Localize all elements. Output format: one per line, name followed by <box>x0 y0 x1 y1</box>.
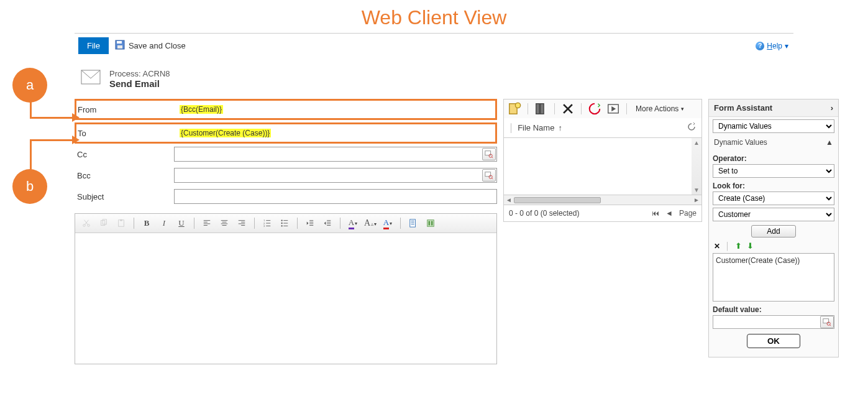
help-link[interactable]: ? Help ▾ <box>756 42 788 50</box>
move-up-icon[interactable]: ⬆ <box>735 241 742 251</box>
svg-rect-52 <box>410 219 416 227</box>
align-right-icon[interactable] <box>234 216 249 230</box>
svg-rect-2 <box>117 45 122 48</box>
email-form: From {Bcc(Email)} To {Customer(Create (C… <box>75 99 497 364</box>
font-color-button[interactable]: A▾ <box>380 216 395 230</box>
annotation-badge-a: a <box>12 68 47 103</box>
svg-line-69 <box>829 325 831 326</box>
annotation-connector <box>30 139 75 141</box>
operator-label: Operator: <box>713 154 834 163</box>
insert-article-icon[interactable] <box>423 216 438 230</box>
from-input[interactable]: {Bcc(Email)} <box>176 102 495 117</box>
grid-status: 0 - 0 of 0 (0 selected) <box>509 209 579 218</box>
more-actions-button[interactable]: More Actions ▾ <box>636 104 684 113</box>
dynamic-value-chip: {Bcc(Email)} <box>180 105 223 114</box>
dynamic-values-section-header[interactable]: Dynamic Values ▲ <box>709 136 838 148</box>
form-assistant-panel: Form Assistant › Dynamic Values Dynamic … <box>708 99 839 357</box>
sort-asc-icon: ↑ <box>558 123 562 132</box>
svg-rect-17 <box>120 219 122 221</box>
lookup-icon[interactable] <box>820 316 834 328</box>
lookfor-entity-select[interactable]: Create (Case) <box>713 191 834 205</box>
scroll-left-icon[interactable]: ◄ <box>504 196 514 203</box>
underline-button[interactable]: U <box>174 216 189 230</box>
copy-icon[interactable] <box>96 216 111 230</box>
operator-select[interactable]: Set to <box>713 164 834 178</box>
highlight-color-button[interactable]: A▾ <box>345 216 360 230</box>
step-name: Send Email <box>109 78 170 89</box>
annotation-title: Web Client View <box>0 0 868 33</box>
from-row: From {Bcc(Email)} <box>75 99 497 120</box>
scroll-right-icon[interactable]: ► <box>692 196 701 203</box>
delete-icon[interactable] <box>561 102 575 116</box>
lookfor-attribute-select[interactable]: Customer <box>713 208 834 221</box>
numbered-list-icon[interactable]: 123 <box>260 216 275 230</box>
bcc-input[interactable] <box>174 168 497 183</box>
svg-marker-47 <box>324 221 326 224</box>
svg-rect-58 <box>431 221 433 226</box>
align-left-icon[interactable] <box>199 216 214 230</box>
move-down-icon[interactable]: ⬇ <box>747 241 754 251</box>
rte-body[interactable] <box>75 233 496 364</box>
first-page-icon[interactable]: ⏮ <box>652 209 659 218</box>
prev-page-icon[interactable]: ◄ <box>665 209 673 218</box>
svg-point-36 <box>281 219 282 221</box>
ok-button[interactable]: OK <box>747 334 800 348</box>
assistant-mode-select[interactable]: Dynamic Values <box>713 119 834 133</box>
bold-button[interactable]: B <box>139 216 154 230</box>
insert-template-icon[interactable] <box>406 216 421 230</box>
help-icon: ? <box>756 42 764 50</box>
font-size-button[interactable]: A▵▾ <box>363 216 378 230</box>
svg-rect-57 <box>429 221 431 226</box>
scrollbar-thumb[interactable] <box>514 197 601 203</box>
new-attachment-icon[interactable] <box>508 102 521 116</box>
indent-icon[interactable] <box>320 216 335 230</box>
horizontal-scrollbar[interactable]: ◄ ► <box>503 195 702 205</box>
italic-button[interactable]: I <box>157 216 171 230</box>
add-button[interactable]: Add <box>751 225 795 237</box>
cc-input[interactable] <box>174 147 497 162</box>
save-and-close-button[interactable]: Save and Close <box>115 40 186 52</box>
paste-icon[interactable] <box>114 216 129 230</box>
svg-line-6 <box>491 157 493 158</box>
outdent-icon[interactable] <box>303 216 318 230</box>
annotation-badge-b: b <box>12 169 47 204</box>
scroll-up-icon[interactable]: ▲ <box>693 139 700 146</box>
process-name: Process: ACRN8 <box>109 69 170 78</box>
collapse-icon[interactable]: › <box>831 103 833 113</box>
refresh-icon[interactable] <box>687 122 697 134</box>
list-item[interactable]: Customer(Create (Case)) <box>716 256 831 265</box>
default-value-input[interactable] <box>713 315 834 329</box>
dynamic-value-chip: {Customer(Create (Case))} <box>180 129 271 137</box>
diskette-icon <box>115 40 125 52</box>
bcc-label: Bcc <box>75 171 174 180</box>
app-toolbar: File Save and Close ? Help ▾ <box>75 34 793 57</box>
cc-label: Cc <box>75 150 174 159</box>
mail-icon <box>81 69 101 87</box>
svg-point-38 <box>281 225 282 226</box>
cut-icon[interactable] <box>79 216 94 230</box>
grid-body[interactable]: ▲ ▼ <box>503 138 702 195</box>
subject-input[interactable] <box>174 189 497 204</box>
to-label: To <box>76 129 176 138</box>
to-input[interactable]: {Customer(Create (Case))} <box>176 126 495 141</box>
run-icon[interactable] <box>606 102 620 116</box>
align-center-icon[interactable] <box>217 216 232 230</box>
chevron-down-icon: ▾ <box>681 106 684 112</box>
column-filename[interactable]: File Name <box>518 123 554 132</box>
svg-rect-56 <box>427 220 434 227</box>
svg-text:3: 3 <box>263 224 265 228</box>
svg-line-9 <box>491 178 493 179</box>
add-existing-icon[interactable] <box>534 102 548 116</box>
scroll-down-icon[interactable]: ▼ <box>693 187 700 193</box>
file-button[interactable]: File <box>78 37 109 54</box>
lookup-icon[interactable] <box>482 148 496 160</box>
vertical-scrollbar[interactable]: ▲ ▼ <box>692 138 701 195</box>
lookup-icon[interactable] <box>482 169 496 182</box>
lookfor-label: Look for: <box>713 182 834 190</box>
refresh-action-icon[interactable] <box>588 102 601 116</box>
remove-icon[interactable]: ✕ <box>714 242 720 251</box>
rte-toolbar: B I U 123 A▾ A▵▾ A▾ <box>75 214 496 233</box>
svg-marker-66 <box>611 106 616 111</box>
bullet-list-icon[interactable] <box>277 216 292 230</box>
values-listbox[interactable]: Customer(Create (Case)) <box>713 253 834 302</box>
